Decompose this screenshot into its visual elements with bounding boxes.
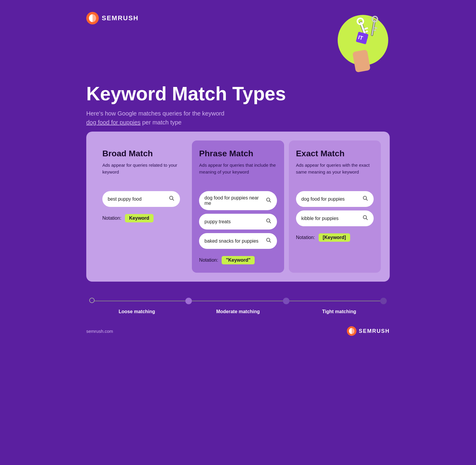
timeline-label-tight: Tight matching xyxy=(289,309,390,314)
timeline-label-moderate: Moderate matching xyxy=(187,309,289,314)
exact-match-title: Exact Match xyxy=(296,149,374,158)
broad-match-column: Broad Match Ads appear for queries relat… xyxy=(95,141,187,273)
subtitle-keyword: dog food for puppies xyxy=(86,119,140,126)
exact-search-2-text: kibble for puppies xyxy=(301,216,339,221)
phrase-notation-row: Notation: "Keyword" xyxy=(199,256,277,264)
phrase-search-2-text: puppy treats xyxy=(204,219,231,224)
broad-match-desc: Ads appear for queries related to your k… xyxy=(102,162,180,183)
phrase-search-3-text: baked snacks for puppies xyxy=(204,238,258,244)
search-icon-2 xyxy=(266,197,272,205)
footer-logo: SEMRUSH xyxy=(347,326,390,336)
timeline-dot-loose xyxy=(185,298,192,304)
phrase-match-desc: Ads appear for queries that include the … xyxy=(199,162,277,183)
semrush-logo-icon xyxy=(86,12,99,24)
footer-url: semrush.com xyxy=(86,329,113,334)
footer-logo-text: SEMRUSH xyxy=(359,328,390,334)
exact-match-column: Exact Match Ads appear for queries with … xyxy=(289,141,381,273)
phrase-search-1: dog food for puppies near me xyxy=(199,191,277,210)
broad-search-1-text: best puppy food xyxy=(108,196,142,202)
broad-match-title: Broad Match xyxy=(102,149,180,158)
search-icon-3 xyxy=(266,218,272,225)
timeline-labels: Loose matching Moderate matching Tight m… xyxy=(86,309,390,314)
phrase-search-1-text: dog food for puppies near me xyxy=(204,195,265,206)
exact-search-1: dog food for puppies xyxy=(296,191,374,207)
phrase-notation-badge: "Keyword" xyxy=(222,256,255,264)
hero-illustration: IT xyxy=(327,12,390,74)
logo: SEMRUSH xyxy=(86,12,139,24)
exact-match-desc: Ads appear for queries with the exact sa… xyxy=(296,162,374,183)
phrase-notation-label: Notation: xyxy=(199,258,218,263)
timeline-dot-start xyxy=(89,298,95,303)
phrase-search-2: puppy treats xyxy=(199,214,277,230)
timeline-label-loose: Loose matching xyxy=(86,309,187,314)
timeline-dot-moderate xyxy=(283,298,289,304)
footer-logo-icon xyxy=(347,326,356,336)
search-icon-1 xyxy=(169,195,175,203)
broad-notation-row: Notation: Keyword xyxy=(102,214,180,222)
timeline-dot-tight xyxy=(380,298,387,304)
main-title: Keyword Match Types xyxy=(86,83,390,104)
logo-text: SEMRUSH xyxy=(102,14,139,22)
header: SEMRUSH IT xyxy=(86,12,390,74)
subtitle-line2: per match type xyxy=(140,119,181,126)
broad-search-1: best puppy food xyxy=(102,191,180,207)
phrase-match-column: Phrase Match Ads appear for queries that… xyxy=(192,141,284,273)
title-section: Keyword Match Types Here's how Google ma… xyxy=(86,83,390,127)
broad-notation-badge: Keyword xyxy=(125,214,154,222)
exact-search-1-text: dog food for puppies xyxy=(301,196,345,202)
timeline-track xyxy=(86,297,390,305)
subtitle: Here's how Google matches queries for th… xyxy=(86,109,390,127)
timeline-section: Loose matching Moderate matching Tight m… xyxy=(86,297,390,314)
phrase-match-title: Phrase Match xyxy=(199,149,277,158)
match-types-card: Broad Match Ads appear for queries relat… xyxy=(86,132,390,282)
search-icon-4 xyxy=(266,237,272,245)
exact-search-2: kibble for puppies xyxy=(296,210,374,226)
phrase-search-3: baked snacks for puppies xyxy=(199,233,277,249)
subtitle-line1: Here's how Google matches queries for th… xyxy=(86,110,224,117)
search-icon-5 xyxy=(362,195,368,203)
exact-notation-row: Notation: [Keyword] xyxy=(296,233,374,242)
broad-notation-label: Notation: xyxy=(102,216,121,221)
exact-notation-badge: [Keyword] xyxy=(319,233,350,242)
footer: semrush.com SEMRUSH xyxy=(86,326,390,336)
search-icon-6 xyxy=(362,215,368,222)
exact-notation-label: Notation: xyxy=(296,235,315,240)
timeline-dots xyxy=(89,298,387,304)
